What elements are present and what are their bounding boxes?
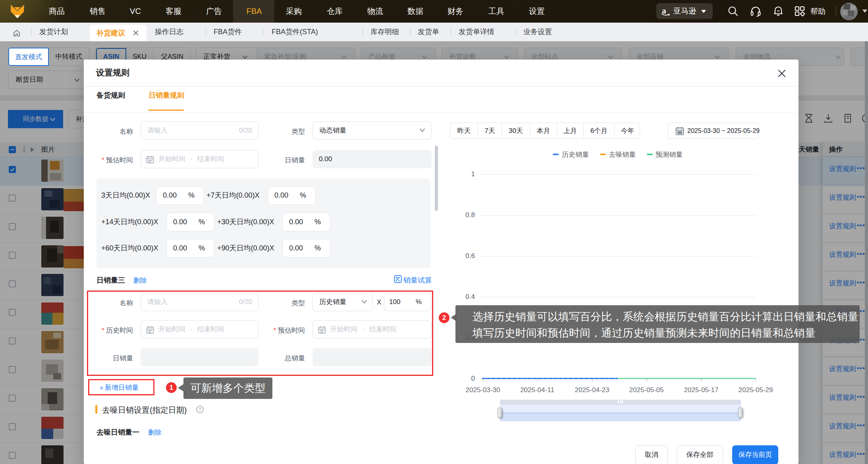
svg-text:?: ? — [199, 407, 201, 412]
